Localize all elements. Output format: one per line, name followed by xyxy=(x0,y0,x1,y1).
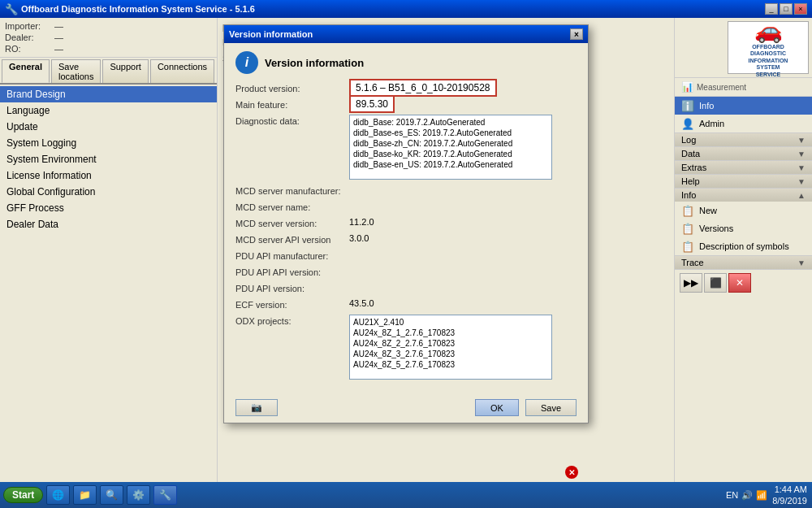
error-badge: ✕ xyxy=(565,466,578,479)
taskbar-search-btn[interactable]: 🔍 xyxy=(100,485,123,505)
mcd-manufacturer-label: MCD server manufacturer: xyxy=(235,185,349,196)
list-item: didb_Base-zh_CN: 2019.7.2.AutoGenerated xyxy=(352,138,550,149)
list-item: didb_Base-es_ES: 2019.7.2.AutoGenerated xyxy=(352,128,550,138)
taskbar: Start 🌐 📁 🔍 ⚙️ 🔧 EN 🔊 📶 1:44 AM 8/9/2019 xyxy=(0,482,812,508)
taskbar-left: Start 🌐 📁 🔍 ⚙️ 🔧 xyxy=(0,485,177,505)
mcd-version-label: MCD server version: xyxy=(235,217,349,228)
main-feature-label: Main feature: xyxy=(235,98,349,110)
mcd-name-row: MCD server name: xyxy=(235,201,577,212)
modal-title: Version information xyxy=(229,29,313,39)
pdu-api-version-label: PDU API API version: xyxy=(235,266,349,277)
save-button[interactable]: Save xyxy=(525,399,577,416)
start-button[interactable]: Start xyxy=(3,487,43,503)
pdu-api-version-row: PDU API API version: xyxy=(235,266,577,277)
diagnostic-data-list[interactable]: didb_Base: 2019.7.2.AutoGenerated didb_B… xyxy=(349,115,552,180)
list-item: didb_Base: 2019.7.2.AutoGenerated xyxy=(352,117,550,128)
locale-indicator: EN xyxy=(726,490,738,500)
modal-overlay: Version information × i Version informat… xyxy=(0,0,812,482)
modal-header: i Version information xyxy=(235,51,577,74)
diagnostic-data-listbox: didb_Base: 2019.7.2.AutoGenerated didb_B… xyxy=(349,115,577,180)
taskbar-diag-btn[interactable]: 🔧 xyxy=(153,485,177,505)
mcd-api-version-value: 3.0.0 xyxy=(349,233,577,243)
mcd-version-value: 11.2.0 xyxy=(349,217,577,227)
clock: 1:44 AM 8/9/2019 xyxy=(772,484,807,507)
mcd-manufacturer-row: MCD server manufacturer: xyxy=(235,185,577,196)
list-item: AU21X_2.410 xyxy=(352,317,550,328)
taskbar-right: EN 🔊 📶 1:44 AM 8/9/2019 xyxy=(726,484,812,507)
product-version-row: Product version: 5.1.6 – B51_6_0_10-2019… xyxy=(235,82,577,93)
modal-info-icon: i xyxy=(235,51,258,74)
ok-button[interactable]: OK xyxy=(475,399,519,416)
list-item: AU24x_8Z_5_2.7.6_170823 xyxy=(352,359,550,370)
pdu-version-label: PDU API version: xyxy=(235,282,349,293)
list-item: didb_Base-en_US: 2019.7.2.AutoGenerated xyxy=(352,159,550,170)
list-item: AU24x_8Z_1_2.7.6_170823 xyxy=(352,328,550,338)
systray-icons: EN 🔊 📶 xyxy=(726,490,767,501)
odx-projects-label: ODX projects: xyxy=(235,315,349,326)
pdu-manufacturer-row: PDU API manufacturer: xyxy=(235,250,577,261)
mcd-api-version-label: MCD server API version xyxy=(235,233,349,245)
main-feature-value: 89.5.30 xyxy=(349,98,577,110)
version-info-dialog: Version information × i Version informat… xyxy=(223,24,589,423)
network-icon: 📶 xyxy=(756,490,767,501)
camera-button[interactable]: 📷 xyxy=(235,399,278,416)
taskbar-folder-btn[interactable]: 📁 xyxy=(73,485,97,505)
odx-projects-listbox-wrapper: AU21X_2.410 AU24x_8Z_1_2.7.6_170823 AU24… xyxy=(349,315,577,380)
product-version-label: Product version: xyxy=(235,82,349,93)
pdu-version-row: PDU API version: xyxy=(235,282,577,293)
diagnostic-data-row: Diagnostic data: didb_Base: 2019.7.2.Aut… xyxy=(235,115,577,180)
ecf-version-row: ECF version: 43.5.0 xyxy=(235,298,577,310)
list-item: AU24x_8Z_3_2.7.6_170823 xyxy=(352,349,550,359)
product-version-value: 5.1.6 – B51_6_0_10-20190528 xyxy=(349,82,577,93)
diagnostic-data-label: Diagnostic data: xyxy=(235,115,349,126)
ecf-version-value: 43.5.0 xyxy=(349,298,577,308)
mcd-api-version-row: MCD server API version 3.0.0 xyxy=(235,233,577,245)
taskbar-app-btn[interactable]: ⚙️ xyxy=(127,485,150,505)
odx-projects-row: ODX projects: AU21X_2.410 AU24x_8Z_1_2.7… xyxy=(235,315,577,380)
modal-header-title: Version information xyxy=(265,57,364,69)
modal-content: i Version information Product version: 5… xyxy=(224,43,588,393)
speaker-icon: 🔊 xyxy=(741,490,753,501)
main-feature-row: Main feature: 89.5.30 xyxy=(235,98,577,110)
list-item: didb_Base-ko_KR: 2019.7.2.AutoGenerated xyxy=(352,149,550,159)
taskbar-ie-btn[interactable]: 🌐 xyxy=(46,485,70,505)
modal-titlebar: Version information × xyxy=(224,25,588,43)
modal-titlebar-btns: × xyxy=(570,28,583,40)
ecf-version-label: ECF version: xyxy=(235,298,349,310)
odx-projects-list[interactable]: AU21X_2.410 AU24x_8Z_1_2.7.6_170823 AU24… xyxy=(349,315,552,380)
mcd-name-label: MCD server name: xyxy=(235,201,349,212)
pdu-manufacturer-label: PDU API manufacturer: xyxy=(235,250,349,261)
list-item: AU24x_8Z_2_2.7.6_170823 xyxy=(352,338,550,349)
modal-close-button[interactable]: × xyxy=(570,28,583,40)
modal-footer: 📷 OK Save xyxy=(224,393,588,423)
mcd-version-row: MCD server version: 11.2.0 xyxy=(235,217,577,228)
